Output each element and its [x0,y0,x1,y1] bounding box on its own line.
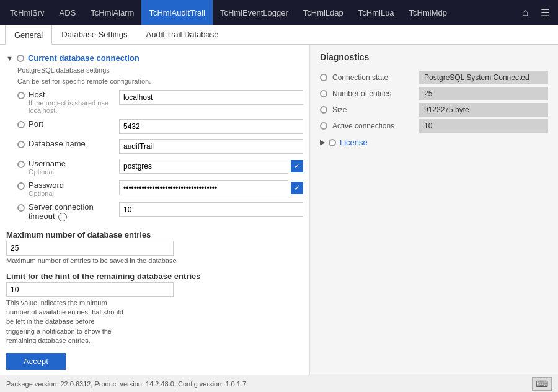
host-sublabel: If the project is shared use localhost. [29,99,115,114]
footer-text: Package version: 22.0.6312, Product vers… [6,380,246,388]
password-sublabel: Optional [29,190,115,197]
tab-bar: General Database Settings Audit Trail Da… [0,25,558,45]
max-entries-block: Maximum number of database entries Maxim… [0,228,309,265]
host-radio [17,92,25,99]
nav-item-tchmiAlarm[interactable]: TcHmiAlarm [83,0,141,25]
limit-hint-input[interactable] [6,282,174,297]
diag-radio-size [320,106,327,114]
top-navigation: TcHmiSrv ADS TcHmiAlarm TcHmiAuditTrail … [0,0,558,25]
max-entries-label: Maximum number of database entries [6,230,303,239]
server-timeout-row: Server connection timeout i [0,200,309,224]
nav-item-tchmiMdp[interactable]: TcHmiMdp [402,0,454,25]
tab-general[interactable]: General [5,25,52,45]
home-icon[interactable]: ⌂ [516,0,534,25]
section-header: ▼ Current database connection [0,51,309,65]
db-name-label: Database name [29,139,115,148]
section-radio [17,55,24,62]
db-name-input[interactable] [119,139,303,154]
collapse-arrow-icon[interactable]: ▼ [6,55,13,62]
nav-item-tchmiAuditTrail[interactable]: TcHmiAuditTrail [141,0,213,25]
diag-value-active: 10 [419,119,548,133]
section-desc1: PostgreSQL database settings [0,65,309,76]
nav-item-tchmisrv[interactable]: TcHmiSrv [2,0,52,25]
username-sublabel: Optional [29,168,115,176]
footer-keyboard-icon[interactable]: ⌨ [532,377,552,391]
section-desc2: Can be set for specific remote configura… [0,76,309,87]
diag-radio-active [320,122,327,130]
license-radio [329,139,336,146]
license-link[interactable]: License [340,138,368,147]
port-radio [17,121,25,128]
username-input[interactable] [119,159,288,174]
port-label: Port [29,119,115,128]
username-radio [17,161,25,168]
diag-value-size: 9122275 byte [419,103,548,117]
nav-item-ads[interactable]: ADS [52,0,84,25]
diag-row-size: Size 9122275 byte [320,103,548,117]
diag-value-connection: PostgreSQL System Connected [419,71,548,84]
main-content: ▼ Current database connection PostgreSQL… [0,45,558,375]
diag-label-active: Active connections [332,122,419,130]
diag-value-entries: 25 [419,87,548,100]
max-entries-desc: Maximum number of entries to be saved in… [6,257,303,264]
username-checkbox[interactable]: ✓ [291,160,303,172]
username-row: Username Optional ✓ [0,156,309,178]
nav-item-tchmiEventLogger[interactable]: TcHmiEventLogger [213,0,296,25]
diag-radio-entries [320,90,327,97]
diag-row-connection: Connection state PostgreSQL System Conne… [320,71,548,84]
tab-audit-trail-database[interactable]: Audit Trail Database [136,25,228,45]
section-title: Current database connection [28,53,140,63]
accept-button[interactable]: Accept [6,353,66,370]
port-row: Port [0,117,309,136]
diag-label-connection: Connection state [332,73,419,82]
diagnostics-title: Diagnostics [320,52,548,62]
footer: Package version: 22.0.6312, Product vers… [0,375,558,392]
db-name-radio [17,141,25,148]
server-timeout-input[interactable] [119,202,303,217]
nav-item-tchmiLdap[interactable]: TcHmiLdap [296,0,351,25]
password-label: Password [29,180,115,190]
license-expand-icon[interactable]: ▶ [320,138,325,146]
password-radio [17,182,25,190]
max-entries-input[interactable] [6,241,174,256]
limit-hint-block: Limit for the hint of the remaining data… [0,269,309,347]
license-row: ▶ License [320,138,548,147]
diag-row-entries: Number of entries 25 [320,87,548,100]
limit-hint-label: Limit for the hint of the remaining data… [6,272,303,281]
host-input[interactable] [119,90,303,105]
password-row: Password Optional ✓ [0,178,309,200]
host-label: Host [29,90,115,99]
left-panel: ▼ Current database connection PostgreSQL… [0,45,310,375]
server-timeout-info-icon[interactable]: i [58,213,67,221]
password-checkbox[interactable]: ✓ [291,182,303,194]
nav-item-tchmiLua[interactable]: TcHmiLua [351,0,402,25]
db-name-row: Database name [0,136,309,156]
server-timeout-radio [17,204,25,212]
diag-row-active-connections: Active connections 10 [320,119,548,133]
diag-label-entries: Number of entries [332,89,419,98]
diag-label-size: Size [332,105,419,114]
username-label: Username [29,159,115,168]
host-row: Host If the project is shared use localh… [0,87,309,117]
port-input[interactable] [119,119,303,134]
limit-hint-desc: This value indicates the minimum number … [6,298,124,346]
right-panel: Diagnostics Connection state PostgreSQL … [310,45,558,375]
password-input[interactable] [119,180,288,195]
diag-radio-connection [320,74,327,81]
tab-database-settings[interactable]: Database Settings [52,25,136,45]
server-timeout-label: Server connection timeout i [29,202,115,221]
menu-icon[interactable]: ☰ [534,0,556,25]
